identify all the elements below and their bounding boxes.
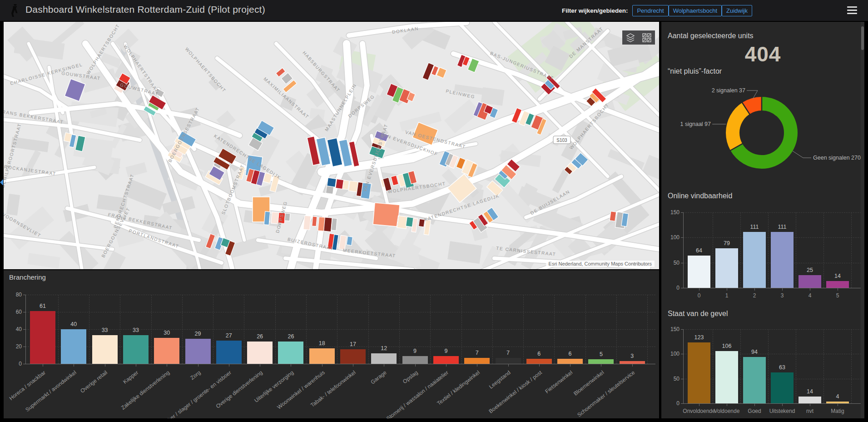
basemap-grid-icon[interactable]	[639, 30, 655, 45]
gridline	[713, 212, 713, 288]
branchering-bar[interactable]	[557, 359, 583, 364]
donut-callout-label: 1 signaal 97	[680, 121, 711, 127]
y-axis-tick-label: 50	[662, 260, 680, 266]
online-bar[interactable]	[771, 232, 794, 288]
niet-pluis-donut-chart: 2 signalen 371 signaal 97Geen signalen 2…	[661, 81, 864, 179]
staat-gevel-chart: 050100150123Onvoldoende106Voldoende94Goe…	[661, 322, 864, 418]
branchering-bar[interactable]	[247, 342, 273, 364]
y-axis-tick-label: 80	[5, 291, 22, 298]
y-axis-tick-label: 60	[5, 309, 22, 315]
online-bar[interactable]	[826, 281, 849, 288]
map-canvas[interactable]: DOKLAANWOLPHAERTSBOCHTWOLPHAERTSTRAATMAX…	[4, 22, 659, 269]
bar-value-label: 7	[463, 350, 491, 356]
gridline	[647, 295, 648, 364]
gridline	[58, 295, 59, 364]
bar-value-label: 12	[370, 345, 397, 352]
branchering-bar[interactable]	[123, 335, 149, 364]
x-axis-tick	[322, 364, 322, 367]
category-label: Stomerij / wassalon / naaiatelier	[385, 369, 450, 418]
x-axis-tick	[384, 364, 384, 367]
scrollbar-thumb[interactable]	[861, 26, 864, 50]
branchering-panel: Branchering 02040608061Horeca / snackbar…	[4, 270, 659, 418]
branchering-bar[interactable]	[340, 349, 366, 364]
branchering-bar[interactable]	[92, 335, 118, 364]
bar-value-label: 9	[432, 348, 460, 354]
x-axis-tick	[632, 364, 633, 367]
x-axis-tick	[539, 364, 540, 367]
branchering-bar[interactable]	[154, 338, 179, 364]
online-bar[interactable]	[715, 248, 738, 288]
branchering-bar[interactable]	[278, 342, 303, 364]
staat-bar[interactable]	[715, 351, 738, 403]
gridline	[740, 329, 741, 403]
gridline	[616, 295, 617, 364]
scrollbar-track[interactable]	[861, 22, 864, 418]
bar-value-label: 106	[713, 343, 740, 349]
staat-bar[interactable]	[688, 342, 710, 403]
x-axis-tick	[601, 364, 601, 367]
x-axis-tick	[838, 404, 838, 406]
branchering-bar[interactable]	[402, 356, 428, 364]
category-label: Boekenwinkel / kiosk / post	[487, 369, 543, 415]
bar-value-label: 27	[215, 332, 243, 339]
branchering-bar[interactable]	[464, 358, 490, 364]
branchering-bar[interactable]	[433, 356, 459, 364]
map-panel[interactable]: DOKLAANWOLPHAERTSBOCHTWOLPHAERTSTRAATMAX…	[4, 22, 659, 269]
branchering-bar[interactable]	[309, 348, 335, 364]
filter-button-wolphaertsbocht[interactable]: Wolphaertsbocht	[669, 5, 722, 16]
selected-units-count: 404	[661, 42, 864, 66]
bar-value-label: 14	[796, 388, 823, 395]
staat-bar[interactable]	[771, 372, 794, 403]
bar-value-label: 5	[587, 351, 615, 357]
branchering-bar[interactable]	[30, 311, 55, 364]
branchering-bar[interactable]	[216, 341, 242, 364]
x-axis-tick	[260, 364, 260, 367]
bar-value-label: 26	[277, 333, 304, 340]
y-axis-tick-label: 100	[662, 234, 680, 241]
hamburger-menu-icon[interactable]	[847, 6, 857, 14]
branchering-bar[interactable]	[496, 358, 521, 364]
donut-callout-label: Geen signalen 270	[813, 155, 861, 161]
bar-value-label: 79	[713, 240, 740, 246]
y-axis	[683, 329, 684, 403]
app-header: Dashboard Winkelstraten Rotterdam-Zuid (…	[0, 0, 868, 21]
category-label: Schoenmaker / sleutelservice	[576, 369, 636, 418]
bar-value-label: 111	[769, 224, 796, 230]
gridline	[120, 295, 120, 364]
staat-bar[interactable]	[826, 402, 849, 403]
branchering-bar[interactable]	[61, 329, 86, 364]
bar-value-label: 33	[122, 327, 149, 333]
staat-bar[interactable]	[799, 397, 821, 403]
online-bar[interactable]	[688, 256, 710, 288]
x-axis-tick	[727, 288, 727, 291]
branchering-bar[interactable]	[371, 353, 397, 364]
filter-button-pendrecht[interactable]: Pendrecht	[632, 5, 668, 16]
bar-value-label: 94	[741, 349, 768, 355]
layers-icon[interactable]	[622, 30, 639, 45]
branchering-bar[interactable]	[620, 361, 645, 364]
online-vindbaarheid-title: Online vindbaarheid	[668, 192, 732, 200]
gridline	[306, 295, 307, 364]
category-label: Bloemenwinkel	[572, 369, 605, 397]
branchering-bar[interactable]	[526, 359, 552, 364]
staat-bar[interactable]	[743, 357, 766, 403]
staat-gevel-title: Staat van de gevel	[668, 310, 728, 318]
bar-value-label: 25	[796, 267, 823, 273]
gridline	[430, 295, 431, 364]
left-panel-expander[interactable]	[0, 179, 3, 186]
branchering-bar[interactable]	[185, 339, 211, 364]
filter-label: Filter wijken/gebieden:	[562, 7, 628, 14]
bar-value-label: 18	[308, 340, 336, 347]
gridline	[275, 295, 276, 364]
online-bar[interactable]	[799, 275, 821, 288]
y-axis-tick-label: 150	[662, 326, 680, 332]
bar-value-label: 123	[685, 334, 713, 341]
x-axis-tick	[167, 364, 167, 367]
bar-value-label: 6	[556, 351, 584, 357]
category-label: Kapper	[122, 369, 139, 385]
category-label: Supermarkt / avondwinkel	[25, 369, 78, 413]
online-bar[interactable]	[743, 232, 766, 288]
branchering-bar[interactable]	[588, 359, 614, 364]
y-axis-tick-label: 0	[5, 361, 22, 367]
filter-button-zuidwijk[interactable]: Zuidwijk	[722, 5, 752, 16]
